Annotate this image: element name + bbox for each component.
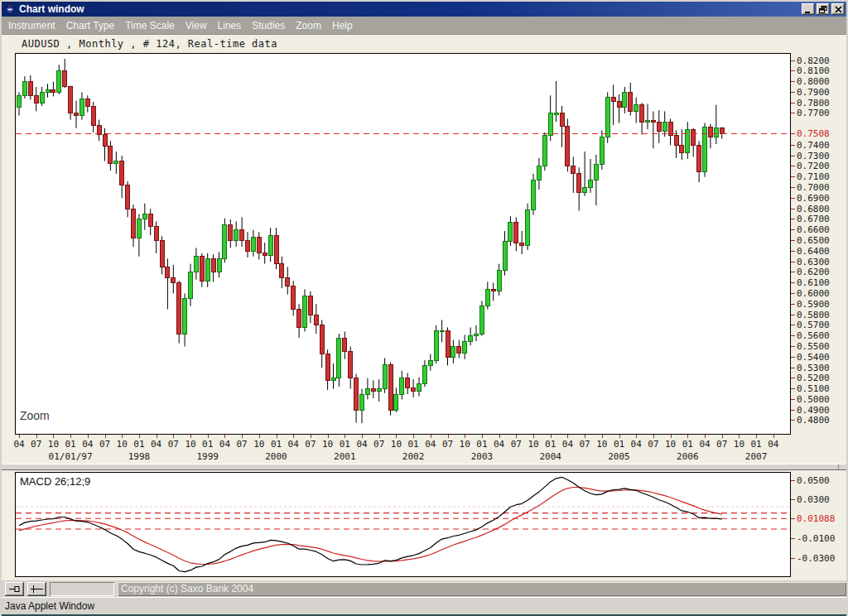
candle [177, 283, 181, 334]
candle [583, 188, 587, 193]
x-axis-tick [173, 435, 174, 438]
tick-mark [791, 187, 795, 188]
x-axis-tick [344, 435, 345, 438]
candle [617, 102, 621, 107]
scroll-to-end-button[interactable] [5, 582, 24, 596]
close-button[interactable] [831, 3, 845, 15]
x-axis-tick [259, 435, 260, 438]
title-bar[interactable]: Chart window [2, 2, 846, 17]
candle [46, 89, 50, 92]
x-axis-year-label: 2005 [590, 451, 648, 462]
candle [600, 137, 604, 164]
candle [383, 364, 387, 388]
y-axis-tick-label: 0.4800 [791, 416, 830, 426]
price-x-axis: 0407100104071001040710010407100104071001… [16, 435, 792, 468]
price-chart-canvas[interactable]: Zoom [15, 53, 791, 435]
y-axis-tick-label: 0.7300 [791, 151, 830, 161]
candle [160, 240, 164, 267]
tick-mark [791, 499, 795, 500]
candle [365, 389, 369, 394]
candle [491, 289, 495, 291]
candle [320, 325, 324, 354]
candle [303, 296, 307, 327]
crosshair-tool-button[interactable] [27, 582, 46, 596]
tick-mark [791, 558, 795, 559]
macd-chart-canvas[interactable]: MACD 26;12;9 [15, 472, 791, 577]
x-axis-tick [190, 435, 191, 438]
candle [205, 258, 210, 281]
candlestick-chart [16, 54, 790, 434]
candle [463, 341, 467, 353]
candle [377, 389, 381, 392]
candle [469, 336, 473, 341]
tick-mark [791, 240, 795, 241]
candle [451, 346, 455, 357]
x-axis-year-label: 01/01/97 [41, 451, 99, 462]
x-axis-tick [88, 435, 89, 438]
macd-tick-label: -0.0300 [791, 553, 835, 563]
menu-item-lines[interactable]: Lines [218, 20, 242, 31]
candle [720, 128, 724, 134]
status-text: Java Applet Window [5, 600, 94, 612]
candle [388, 364, 393, 410]
horizontal-scroll-track[interactable]: Copyright (c) Saxo Bank 2004 [118, 582, 846, 596]
y-axis-tick-label: 0.5900 [791, 299, 830, 309]
x-axis-year-label: 2002 [384, 451, 442, 462]
tick-mark [791, 198, 795, 199]
menu-item-help[interactable]: Help [332, 20, 353, 31]
tick-mark [791, 325, 795, 325]
candle [183, 299, 187, 334]
candle [594, 164, 598, 180]
candle [662, 122, 667, 132]
candle [132, 209, 136, 238]
menu-item-view[interactable]: View [186, 20, 207, 31]
restore-button[interactable] [817, 3, 830, 15]
x-axis-tick [739, 435, 740, 438]
menu-item-time-scale[interactable]: Time Scale [125, 20, 175, 31]
zoom-mode-label: Zoom [20, 409, 50, 422]
copyright-text: Copyright (c) Saxo Bank 2004 [121, 583, 253, 594]
x-axis-tick [773, 435, 774, 438]
x-axis-tick [533, 435, 534, 438]
candle [514, 223, 518, 243]
candle [97, 125, 101, 135]
tick-mark [791, 304, 795, 305]
macd-tick-label: -0.0100 [791, 534, 835, 544]
x-axis-tick [413, 435, 414, 438]
candle [286, 277, 290, 286]
restore-icon [819, 6, 827, 13]
y-axis-tick-label: 0.7900 [791, 87, 830, 97]
menu-item-zoom[interactable]: Zoom [296, 20, 321, 31]
menu-item-studies[interactable]: Studies [252, 20, 285, 31]
candle [80, 99, 84, 115]
tick-mark [791, 176, 795, 177]
menu-item-instrument[interactable]: Instrument [8, 20, 55, 31]
y-axis-tick-label: 0.7800 [791, 98, 830, 108]
candle [440, 330, 444, 332]
minimize-button[interactable] [802, 3, 815, 15]
menu-bar: InstrumentChart TypeTime ScaleViewLinesS… [2, 17, 846, 35]
java-cup-icon [4, 3, 16, 15]
signal-line [19, 488, 722, 565]
x-axis-year-label: 2003 [453, 451, 511, 462]
macd-line [19, 477, 722, 571]
candle [120, 161, 124, 185]
panel-splitter[interactable] [2, 464, 848, 470]
candle [457, 346, 461, 353]
tick-mark [791, 518, 795, 519]
candle [446, 330, 450, 357]
x-axis-tick [224, 435, 225, 438]
candle [680, 145, 684, 152]
x-axis-tick [465, 435, 465, 438]
candle [240, 230, 244, 241]
x-axis-tick [602, 435, 603, 438]
y-axis-tick-label: 0.8100 [791, 66, 830, 76]
candle [508, 223, 513, 242]
tick-mark [791, 357, 795, 358]
candle [337, 338, 341, 378]
candle [257, 238, 261, 253]
menu-item-chart-type[interactable]: Chart Type [66, 20, 114, 31]
x-axis-year-label: 1999 [179, 451, 237, 462]
x-axis-tick [139, 435, 140, 438]
x-axis-tick [671, 435, 672, 438]
